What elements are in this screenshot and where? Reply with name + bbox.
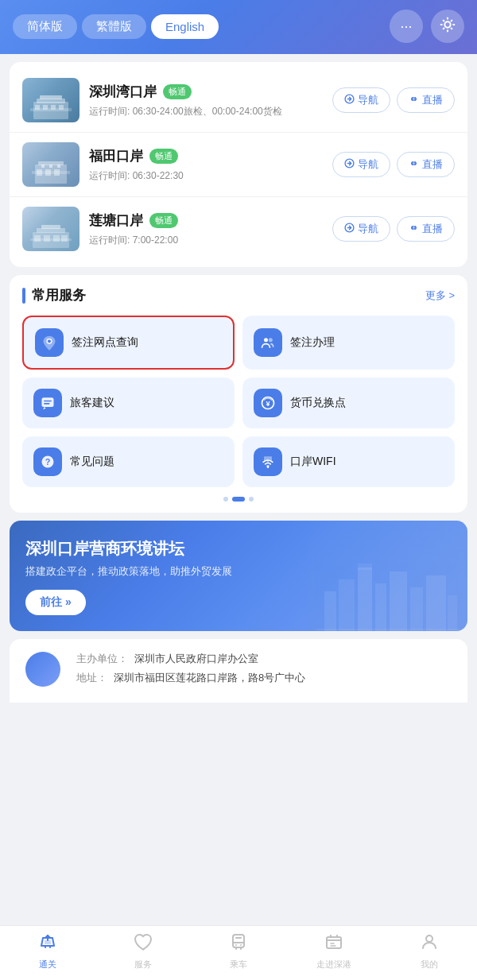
scan-icon: [439, 16, 456, 37]
svg-point-34: [48, 339, 51, 343]
svg-point-35: [264, 338, 268, 342]
lang-english-tab[interactable]: English: [151, 14, 219, 39]
svg-point-0: [444, 21, 450, 27]
svg-rect-29: [61, 235, 68, 242]
svg-point-44: [267, 466, 270, 468]
section-title: 常用服务: [32, 286, 86, 304]
svg-point-10: [413, 98, 415, 100]
service-label-1: 签注网点查询: [72, 335, 138, 350]
svg-rect-5: [35, 105, 40, 110]
svg-rect-51: [375, 583, 386, 631]
border-name-1: 深圳湾口岸: [89, 83, 157, 101]
svg-rect-6: [43, 105, 48, 110]
nav-transit[interactable]: 乘车: [215, 932, 262, 970]
nav-explore-label: 走进深港: [316, 959, 351, 970]
svg-point-21: [413, 162, 415, 165]
status-badge-2: 畅通: [149, 149, 178, 164]
svg-rect-7: [51, 105, 56, 110]
service-item-faq[interactable]: ? 常见问题: [22, 436, 235, 487]
border-hours-1: 运行时间: 06:30-24:00旅检、00:00-24:00货检: [89, 104, 323, 118]
nav-transit-label: 乘车: [230, 959, 247, 970]
section-accent: [22, 288, 25, 304]
addr-row: 地址： 深圳市福田区莲花路口岸路，路8号广中心: [76, 671, 452, 685]
service-item-currency[interactable]: ¥ 货币兑换点: [242, 378, 455, 428]
border-thumbnail-1: [22, 78, 80, 122]
language-tabs: 简体版 繁體版 English: [13, 14, 219, 39]
banner-goto-button[interactable]: 前往 »: [25, 590, 86, 615]
live-btn-3[interactable]: 直播: [397, 216, 455, 242]
live-icon-2: [409, 158, 419, 171]
border-item-liantang[interactable]: 莲塘口岸 畅通 运行时间: 7:00-22:00 导航: [10, 197, 467, 261]
dot-3: [249, 497, 254, 502]
svg-point-36: [269, 338, 273, 342]
lang-simple-tab[interactable]: 简体版: [13, 14, 77, 39]
border-info-2: 福田口岸 畅通 运行时间: 06:30-22:30: [89, 147, 323, 183]
nav-services[interactable]: 服务: [119, 932, 167, 970]
service-item-wifi[interactable]: 口岸WIFI: [242, 436, 455, 487]
service-item-suggestion[interactable]: 旅客建议: [22, 378, 235, 428]
live-icon-1: [409, 94, 419, 107]
svg-rect-58: [233, 935, 244, 947]
svg-rect-3: [40, 95, 62, 99]
svg-rect-52: [390, 571, 407, 631]
dot-1: [223, 497, 228, 502]
svg-rect-8: [59, 105, 64, 110]
service-item-visa-query[interactable]: 签注网点查询: [22, 316, 235, 370]
svg-rect-48: [339, 579, 355, 631]
border-info-1: 深圳湾口岸 畅通 运行时间: 06:30-24:00旅检、00:00-24:00…: [89, 83, 323, 118]
scan-button[interactable]: [431, 10, 464, 43]
border-name-2: 福田口岸: [89, 147, 143, 165]
svg-point-62: [426, 935, 432, 942]
more-button[interactable]: ···: [390, 10, 423, 43]
border-actions-1: 导航 直播: [332, 87, 455, 113]
svg-rect-47: [324, 591, 336, 631]
svg-rect-24: [41, 225, 60, 229]
svg-text:¥: ¥: [266, 400, 270, 408]
header: 简体版 繁體版 English ···: [0, 0, 477, 54]
live-btn-1[interactable]: 直播: [397, 87, 455, 113]
nav-btn-1[interactable]: 导航: [332, 87, 390, 113]
lang-traditional-tab[interactable]: 繁體版: [82, 14, 146, 39]
svg-text:?: ?: [45, 457, 51, 467]
border-item-shenzhen-bay[interactable]: 深圳湾口岸 畅通 运行时间: 06:30-24:00旅检、00:00-24:00…: [10, 68, 467, 133]
nav-icon-3: [344, 223, 355, 235]
border-thumbnail-2: [22, 142, 80, 187]
host-row: 主办单位： 深圳市人民政府口岸办公室: [76, 652, 452, 666]
nav-btn-3[interactable]: 导航: [332, 216, 390, 242]
svg-rect-19: [57, 165, 60, 168]
svg-rect-49: [358, 567, 372, 631]
svg-point-60: [240, 944, 242, 946]
dot-2: [232, 497, 245, 502]
svg-rect-50: [358, 564, 372, 570]
services-section: 常用服务 更多 > 签注网点查询: [10, 275, 467, 513]
nav-profile[interactable]: 我的: [405, 932, 453, 970]
svg-rect-26: [34, 235, 41, 242]
live-btn-2[interactable]: 直播: [397, 152, 455, 177]
more-services-link[interactable]: 更多 >: [425, 289, 455, 303]
nav-icon-2: [344, 158, 355, 171]
svg-point-59: [235, 944, 237, 946]
footer-avatar: [25, 652, 60, 687]
border-item-futian[interactable]: 福田口岸 畅通 运行时间: 06:30-22:30 导航: [10, 133, 467, 197]
service-label-3: 旅客建议: [70, 396, 114, 410]
addr-label: 地址：: [76, 671, 107, 685]
nav-customs[interactable]: 通关: [24, 932, 72, 970]
svg-point-31: [413, 227, 415, 229]
nav-explore[interactable]: 走进深港: [310, 932, 358, 970]
explore-icon: [324, 932, 343, 956]
live-icon-3: [409, 223, 419, 235]
svg-rect-55: [448, 595, 457, 631]
svg-rect-14: [37, 169, 42, 176]
banner-section[interactable]: 深圳口岸营商环境讲坛 搭建政企平台，推动政策落地，助推外贸发展 前往 »: [10, 521, 467, 631]
banner-title: 深圳口岸营商环境讲坛: [25, 538, 452, 560]
host-value: 深圳市人民政府口岸办公室: [134, 652, 258, 666]
service-item-visa-handle[interactable]: 签注办理: [242, 316, 455, 370]
service-icon-6: [254, 447, 282, 476]
profile-icon: [420, 932, 439, 956]
svg-rect-37: [42, 397, 54, 407]
service-label-4: 货币兑换点: [290, 396, 346, 410]
nav-btn-2[interactable]: 导航: [332, 152, 390, 177]
status-badge-3: 畅通: [149, 213, 178, 228]
service-icon-2: [254, 328, 282, 357]
service-icon-1: [35, 328, 64, 357]
